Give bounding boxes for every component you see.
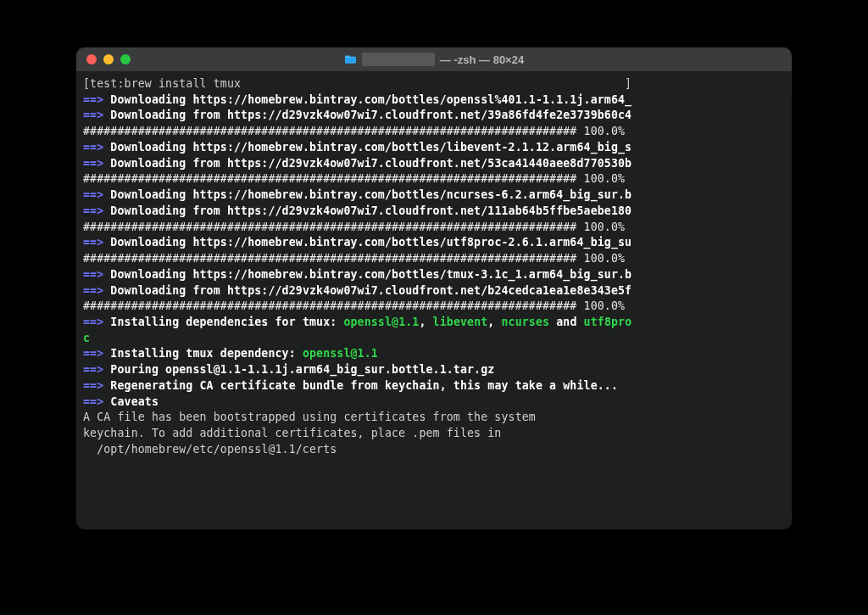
- progress-line: ########################################…: [83, 220, 785, 236]
- output-line: ==> Caveats: [83, 394, 785, 411]
- output-line: ==> Downloading https://homebrew.bintray…: [83, 92, 785, 109]
- output-line: ==> Downloading from https://d29vzk4ow07…: [83, 156, 785, 172]
- deps-line-wrap: c: [83, 331, 785, 347]
- output-line: ==> Downloading https://homebrew.bintray…: [83, 267, 785, 283]
- progress-line: ########################################…: [83, 251, 785, 267]
- caveat-line: keychain. To add additional certificates…: [83, 426, 785, 442]
- window-title: — -zsh — 80×24: [76, 53, 792, 66]
- output-line: ==> Downloading from https://d29vzk4ow07…: [83, 204, 785, 220]
- traffic-lights: [86, 54, 131, 64]
- svg-rect-0: [345, 58, 356, 64]
- output-line: ==> Downloading from https://d29vzk4ow07…: [83, 108, 785, 124]
- title-text: — -zsh — 80×24: [440, 53, 524, 66]
- caveat-line: /opt/homebrew/etc/openssl@1.1/certs: [83, 442, 785, 458]
- output-line: ==> Pouring openssl@1.1-1.1.1j.arm64_big…: [83, 362, 785, 378]
- output-line: ==> Downloading https://homebrew.bintray…: [83, 140, 785, 156]
- folder-icon: [344, 54, 357, 64]
- progress-line: ########################################…: [83, 299, 785, 315]
- caveat-line: A CA file has been bootstrapped using ce…: [83, 410, 785, 426]
- progress-line: ########################################…: [83, 171, 785, 187]
- prompt-line: [test:brew install tmux ]: [83, 76, 785, 92]
- progress-line: ########################################…: [83, 124, 785, 140]
- close-button[interactable]: [86, 54, 97, 64]
- output-line: ==> Downloading from https://d29vzk4ow07…: [83, 283, 785, 299]
- output-line: ==> Downloading https://homebrew.bintray…: [83, 187, 785, 204]
- terminal-body[interactable]: [test:brew install tmux ]==> Downloading…: [76, 71, 792, 529]
- output-line: ==> Installing tmux dependency: openssl@…: [83, 346, 785, 362]
- minimize-button[interactable]: [103, 54, 114, 64]
- deps-line: ==> Installing dependencies for tmux: op…: [83, 315, 785, 331]
- zoom-button[interactable]: [120, 54, 131, 64]
- output-line: ==> Downloading https://homebrew.bintray…: [83, 235, 785, 251]
- titlebar[interactable]: — -zsh — 80×24: [76, 48, 792, 71]
- output-line: ==> Regenerating CA certificate bundle f…: [83, 378, 785, 394]
- terminal-window: — -zsh — 80×24 [test:brew install tmux ]…: [76, 48, 792, 529]
- title-redacted-segment: [362, 53, 435, 66]
